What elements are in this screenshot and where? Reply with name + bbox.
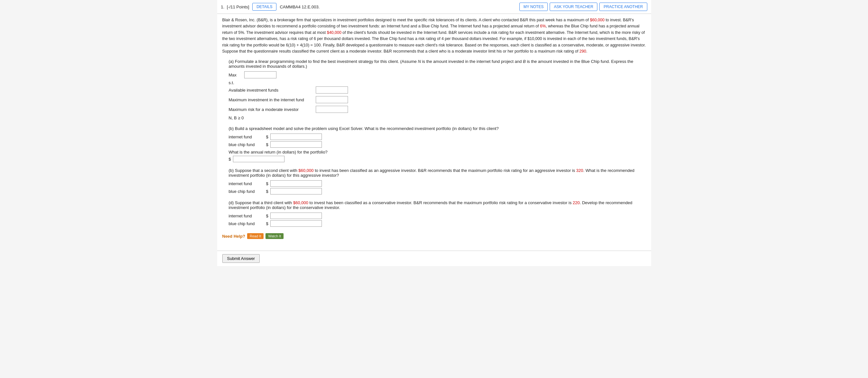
annual-return-input[interactable] bbox=[233, 156, 284, 162]
dollar-sign-blue-b2: $ bbox=[266, 189, 269, 194]
internet-fund-row-d: internet fund $ bbox=[229, 212, 646, 219]
header-bar: 1. [-/11 Points] DETAILS CAMMBA4 12.E.00… bbox=[217, 0, 651, 14]
dollar-sign-annual: $ bbox=[229, 157, 231, 162]
q-num: 1. bbox=[221, 4, 224, 9]
question-code: CAMMBA4 12.E.003. bbox=[280, 4, 516, 9]
practice-another-button[interactable]: PRACTICE ANOTHER bbox=[599, 3, 647, 11]
read-it-button[interactable]: Read It bbox=[247, 233, 264, 239]
return-6pct: 6% bbox=[540, 24, 546, 28]
constraint-label-1: Available investment funds bbox=[229, 88, 313, 93]
max-label: Max bbox=[229, 72, 242, 78]
dollar-sign-internet-d: $ bbox=[266, 213, 269, 219]
blue-chip-fund-input-d[interactable] bbox=[270, 220, 322, 227]
amount-40k: $40,000 bbox=[327, 30, 341, 35]
annual-return-label: What is the annual return (in dollars) f… bbox=[229, 150, 646, 154]
blue-chip-fund-label-b: blue chip fund bbox=[229, 142, 264, 147]
blue-chip-fund-row-b: blue chip fund $ bbox=[229, 141, 646, 148]
dollar-sign-blue-d: $ bbox=[266, 221, 269, 226]
constraint-input-1[interactable] bbox=[316, 86, 348, 93]
dollar-sign-internet-b: $ bbox=[266, 135, 269, 139]
watch-it-button[interactable]: Watch It bbox=[266, 233, 283, 239]
question-number: 1. [-/11 Points] bbox=[221, 4, 249, 9]
internet-fund-input-b2[interactable] bbox=[270, 180, 322, 187]
part-b2-letter: (b) bbox=[229, 168, 234, 173]
nonneg: N, B ≥ 0 bbox=[229, 115, 646, 120]
part-a-desc: Formulate a linear programming model to … bbox=[229, 59, 633, 69]
problem-text-4: . The investment advisor requires that a… bbox=[244, 30, 327, 35]
risk-290: 290 bbox=[579, 49, 586, 54]
blue-chip-fund-row-b2: blue chip fund $ bbox=[229, 188, 646, 195]
constraint-row-1: Available investment funds bbox=[229, 86, 646, 93]
constraint-input-2[interactable] bbox=[316, 96, 348, 103]
content-area: Blair & Rosen, Inc. (B&R), is a brokerag… bbox=[217, 14, 651, 251]
st-label: s.t. bbox=[229, 80, 646, 85]
internet-fund-input-d[interactable] bbox=[270, 212, 322, 219]
part-a-label: (a) Formulate a linear programming model… bbox=[229, 59, 646, 69]
blue-chip-fund-label-b2: blue chip fund bbox=[229, 189, 264, 194]
submit-section: Submit Answer bbox=[217, 251, 651, 266]
part-a: (a) Formulate a linear programming model… bbox=[222, 59, 646, 120]
q-points: [-/11 Points] bbox=[227, 4, 249, 9]
part-b-label: (b) Build a spreadsheet model and solve … bbox=[229, 126, 646, 131]
internet-fund-input-b[interactable] bbox=[270, 134, 322, 140]
part-b: (b) Build a spreadsheet model and solve … bbox=[222, 126, 646, 162]
page-container: 1. [-/11 Points] DETAILS CAMMBA4 12.E.00… bbox=[217, 0, 651, 266]
part-d-risk: 220 bbox=[573, 200, 580, 205]
submit-button[interactable]: Submit Answer bbox=[222, 254, 260, 263]
constraint-row-2: Maximum investment in the internet fund bbox=[229, 96, 646, 103]
ask-teacher-button[interactable]: ASK YOUR TEACHER bbox=[550, 3, 597, 11]
max-row: Max bbox=[229, 71, 646, 78]
part-b2-amount: $60,000 bbox=[298, 168, 313, 173]
need-help-label: Need Help? bbox=[222, 234, 246, 239]
part-d-desc: Suppose that a third client with bbox=[235, 200, 293, 205]
constraint-label-2: Maximum investment in the internet fund bbox=[229, 97, 313, 102]
constraint-input-3[interactable] bbox=[316, 106, 348, 113]
internet-fund-row-b: internet fund $ bbox=[229, 134, 646, 140]
part-d-letter: (d) bbox=[229, 200, 234, 205]
part-d: (d) Suppose that a third client with $60… bbox=[222, 200, 646, 227]
part-b-letter: (b) bbox=[229, 126, 234, 131]
header-buttons: MY NOTES ASK YOUR TEACHER PRACTICE ANOTH… bbox=[519, 3, 647, 11]
details-button[interactable]: DETAILS bbox=[252, 3, 276, 11]
annual-return-row: $ bbox=[229, 156, 646, 162]
internet-fund-label-b2: internet fund bbox=[229, 181, 264, 186]
max-input[interactable] bbox=[244, 71, 276, 78]
part-b-desc: Build a spreadsheet model and solve the … bbox=[235, 126, 499, 131]
internet-fund-label-d: internet fund bbox=[229, 213, 264, 219]
blue-chip-fund-label-d: blue chip fund bbox=[229, 221, 264, 226]
problem-text-6: . bbox=[586, 49, 587, 54]
internet-fund-label-b: internet fund bbox=[229, 135, 264, 139]
part-d-amount: $60,000 bbox=[293, 200, 308, 205]
blue-chip-fund-input-b2[interactable] bbox=[270, 188, 322, 195]
constraint-row-3: Maximum risk for a moderate investor bbox=[229, 106, 646, 113]
part-b2-desc: Suppose that a second client with bbox=[235, 168, 298, 173]
my-notes-button[interactable]: MY NOTES bbox=[519, 3, 548, 11]
need-help-section: Need Help? Read It Watch It bbox=[222, 233, 646, 239]
return-5pct: 5% bbox=[239, 30, 244, 35]
internet-fund-row-b2: internet fund $ bbox=[229, 180, 646, 187]
constraint-label-3: Maximum risk for a moderate investor bbox=[229, 107, 313, 112]
amount-60k: $60,000 bbox=[590, 18, 604, 22]
part-b2-label: (b) Suppose that a second client with $6… bbox=[229, 168, 646, 178]
part-d-desc2: to invest has been classified as a conse… bbox=[308, 200, 573, 205]
part-b2-risk: 320 bbox=[576, 168, 583, 173]
part-a-letter: (a) bbox=[229, 59, 234, 64]
part-b2: (b) Suppose that a second client with $6… bbox=[222, 168, 646, 195]
dollar-sign-internet-b2: $ bbox=[266, 181, 269, 186]
problem-text: Blair & Rosen, Inc. (B&R), is a brokerag… bbox=[222, 17, 646, 55]
blue-chip-fund-row-d: blue chip fund $ bbox=[229, 220, 646, 227]
part-b2-desc2: to invest has been classified as an aggr… bbox=[313, 168, 576, 173]
dollar-sign-blue-b: $ bbox=[266, 142, 269, 147]
problem-text-1: Blair & Rosen, Inc. (B&R), is a brokerag… bbox=[222, 18, 590, 22]
blue-chip-fund-input-b[interactable] bbox=[270, 141, 322, 148]
part-d-label: (d) Suppose that a third client with $60… bbox=[229, 200, 646, 210]
